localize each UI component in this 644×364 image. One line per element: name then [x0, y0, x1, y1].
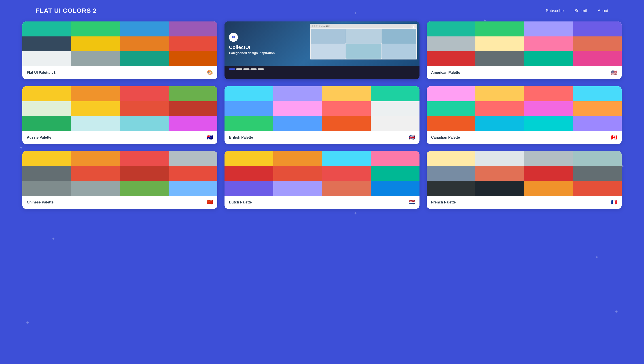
palette-colors-chinese [22, 151, 217, 196]
ad-subtitle: Categorized design inspiration. [229, 51, 276, 55]
palette-card-french[interactable]: French Palette 🇫🇷 [427, 151, 622, 209]
card-footer-dutch: Dutch Palette 🇳🇱 [224, 196, 420, 209]
ad-mockup-label: Designs (1923) [319, 25, 330, 27]
card-label-dutch: Dutch Palette [229, 200, 252, 204]
ad-indicator [224, 66, 420, 72]
palette-colors-dutch [224, 151, 420, 196]
palette-card-dutch[interactable]: Dutch Palette 🇳🇱 [224, 151, 420, 209]
card-label-chinese: Chinese Palette [27, 200, 54, 204]
main-nav: Subscribe Submit About [546, 8, 608, 13]
site-title: FLAT UI COLORS 2 [36, 7, 96, 14]
nav-about[interactable]: About [598, 8, 608, 13]
palette-colors-canadian [427, 86, 622, 131]
card-footer-chinese: Chinese Palette 🇨🇳 [22, 196, 217, 209]
card-flag-british: 🇬🇧 [409, 134, 415, 140]
palette-colors-british [224, 86, 420, 131]
card-label-canadian: Canadian Palette [431, 136, 460, 140]
card-footer-aussie: Aussie Palette 🇦🇺 [22, 131, 217, 144]
play-button[interactable]: ▶ [412, 24, 417, 30]
palette-card-flat-ui-v1[interactable]: Flat UI Palette v1 🎨 [22, 22, 217, 79]
card-footer-canadian: Canadian Palette 🇨🇦 [427, 131, 622, 144]
nav-submit[interactable]: Submit [574, 8, 587, 13]
card-label-aussie: Aussie Palette [27, 136, 51, 140]
card-flag-american: 🇺🇸 [611, 70, 617, 76]
card-flag-chinese: 🇨🇳 [207, 200, 213, 205]
card-label-flat-ui-v1: Flat UI Palette v1 [27, 71, 56, 75]
palette-colors-flat-ui-v1 [22, 22, 217, 66]
palette-card-american[interactable]: American Palette 🇺🇸 [427, 22, 622, 79]
palette-card-canadian[interactable]: Canadian Palette 🇨🇦 [427, 86, 622, 144]
palette-card-chinese[interactable]: Chinese Palette 🇨🇳 [22, 151, 217, 209]
palette-colors-american [427, 22, 622, 66]
ad-logo: UI [229, 33, 238, 42]
ad-title: CollectUI [229, 44, 250, 50]
nav-subscribe[interactable]: Subscribe [546, 8, 564, 13]
ad-mockup-content [310, 28, 417, 60]
ad-card-inner: UI CollectUI Categorized design inspirat… [224, 22, 420, 66]
ad-mockup-bar: Designs (1923) [310, 24, 417, 28]
card-footer-flat-ui-v1: Flat UI Palette v1 🎨 [22, 66, 217, 79]
card-flag-french: 🇫🇷 [611, 200, 617, 205]
card-label-british: British Palette [229, 136, 253, 140]
card-label-american: American Palette [431, 71, 460, 75]
card-footer-british: British Palette 🇬🇧 [224, 131, 420, 144]
ad-mockup: Designs (1923) [310, 24, 417, 60]
card-flag-dutch: 🇳🇱 [409, 200, 415, 205]
site-header: FLAT UI COLORS 2 Subscribe Submit About [0, 0, 644, 22]
card-flag-canadian: 🇨🇦 [611, 134, 617, 140]
card-flag-aussie: 🇦🇺 [207, 134, 213, 140]
palette-card-british[interactable]: British Palette 🇬🇧 [224, 86, 420, 144]
palette-card-aussie[interactable]: Aussie Palette 🇦🇺 [22, 86, 217, 144]
palette-colors-french [427, 151, 622, 196]
palette-colors-aussie [22, 86, 217, 131]
ad-card-collectui[interactable]: UI CollectUI Categorized design inspirat… [224, 22, 420, 79]
card-footer-french: French Palette 🇫🇷 [427, 196, 622, 209]
card-label-french: French Palette [431, 200, 456, 204]
card-footer-american: American Palette 🇺🇸 [427, 66, 622, 79]
palette-grid: Flat UI Palette v1 🎨 UI CollectUI Catego… [22, 22, 622, 209]
main-content: Flat UI Palette v1 🎨 UI CollectUI Catego… [0, 22, 644, 222]
card-flag-flat-ui-v1: 🎨 [207, 70, 213, 76]
